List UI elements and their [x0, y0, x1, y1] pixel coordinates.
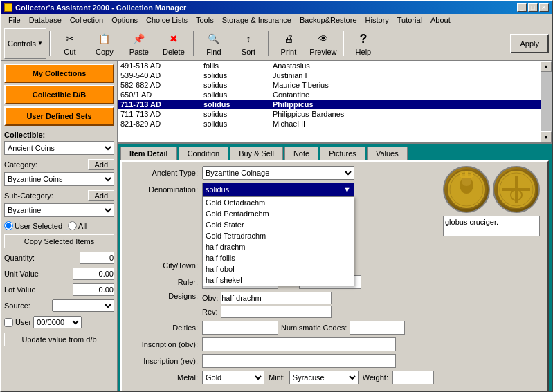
numismatic-input[interactable] — [350, 321, 405, 335]
preview-button[interactable]: 👁 Preview — [307, 28, 340, 59]
lot-value-row: Lot Value — [4, 283, 114, 296]
menu-about[interactable]: About — [426, 15, 455, 25]
lot-value-input[interactable] — [73, 283, 114, 296]
tab-condition[interactable]: Condition — [179, 147, 228, 160]
tab-note[interactable]: Note — [284, 147, 318, 160]
denomination-option[interactable]: Gold Tetradrachm — [203, 230, 354, 241]
toolbar-separator-3 — [268, 31, 269, 56]
radio-user-selected[interactable] — [4, 221, 13, 230]
user-defined-sets-button[interactable]: User Defined Sets — [4, 106, 114, 126]
find-button[interactable]: 🔍 Find — [197, 28, 230, 59]
deities-input[interactable] — [202, 321, 278, 335]
category-select[interactable]: Byzantine Coins — [4, 172, 114, 186]
delete-button[interactable]: ✖ Delete — [157, 28, 190, 59]
unit-value-input[interactable] — [73, 268, 114, 280]
scroll-up-button[interactable]: ▲ — [541, 61, 552, 72]
menu-options[interactable]: Options — [107, 15, 142, 25]
menu-tools[interactable]: Tools — [192, 15, 218, 25]
scroll-down-button[interactable]: ▼ — [541, 131, 552, 142]
menu-collection[interactable]: Collection — [66, 15, 107, 25]
apply-button[interactable]: Apply — [510, 34, 549, 53]
list-item[interactable]: 539-540 AD solidus Justinian I — [118, 71, 541, 80]
designs-rev-row: Rev: — [202, 306, 332, 318]
toolbar-separator-2 — [193, 31, 194, 56]
radio-all[interactable] — [68, 221, 77, 230]
close-button[interactable]: ✕ — [539, 3, 549, 12]
help-button[interactable]: ? Help — [347, 28, 380, 59]
radio-user-label[interactable]: User Selected — [4, 221, 62, 230]
find-icon: 🔍 — [206, 30, 222, 47]
list-item[interactable]: 582-682 AD solidus Maurice Tiberius — [118, 80, 541, 90]
coin-reverse — [493, 166, 540, 213]
paste-icon: 📌 — [131, 30, 147, 47]
list-item[interactable]: 650/1 AD solidus Contantine — [118, 90, 541, 100]
apply-container: Apply — [510, 34, 549, 53]
menu-tutorial[interactable]: Tutorial — [393, 15, 426, 25]
list-item[interactable]: 711-713 AD solidus Philippicus-Bardanes — [118, 109, 541, 119]
coin-images — [443, 166, 540, 213]
inscription-obv-input[interactable] — [202, 337, 396, 351]
tab-item-detail[interactable]: Item Detail — [120, 147, 177, 160]
user-select[interactable]: 00/0000 — [33, 316, 82, 328]
inscription-rev-input[interactable] — [202, 354, 396, 368]
update-value-button[interactable]: Update value from d/b — [4, 333, 114, 346]
designs-obv-input[interactable] — [221, 292, 332, 304]
menu-file[interactable]: File — [4, 15, 25, 25]
paste-button[interactable]: 📌 Paste — [123, 28, 156, 59]
radio-all-label[interactable]: All — [68, 221, 87, 230]
menu-backup[interactable]: Backup&Restore — [296, 15, 361, 25]
subcategory-select[interactable]: Byzantine — [4, 203, 114, 217]
my-collections-button[interactable]: My Collections — [4, 64, 114, 83]
denomination-option[interactable]: half obol — [203, 263, 354, 274]
quantity-input[interactable] — [80, 252, 114, 264]
menu-storage[interactable]: Storage & Insurance — [218, 15, 296, 25]
list-item[interactable]: 821-829 AD solidus Michael II — [118, 119, 541, 129]
category-add-button[interactable]: Add — [88, 159, 114, 170]
copy-button[interactable]: 📋 Copy — [88, 28, 121, 59]
user-checkbox[interactable] — [4, 318, 13, 327]
designs-rev-input[interactable] — [221, 306, 332, 318]
cut-button[interactable]: ✂ Cut — [53, 28, 87, 59]
denomination-option[interactable]: half drachm — [203, 241, 354, 252]
denomination-row: Denomination: solidus ▼ Gold Octadrachm — [126, 183, 434, 196]
sort-button[interactable]: ↕ Sort — [232, 28, 265, 59]
minimize-button[interactable]: _ — [517, 3, 527, 12]
ancient-type-row: Ancient Type: Byzantine Coinage — [126, 166, 434, 180]
maximize-button[interactable]: □ — [528, 3, 538, 12]
denomination-option[interactable]: Gold Octadrachm — [203, 197, 354, 208]
subcategory-add-button[interactable]: Add — [88, 190, 114, 201]
numismatic-label: Numismatic Codes: — [278, 324, 350, 332]
tab-values[interactable]: Values — [367, 147, 408, 160]
main-area: My Collections Collectible D/B User Defi… — [1, 61, 552, 391]
copy-selected-items-button[interactable]: Copy Selected Items — [4, 234, 114, 248]
mint-select[interactable]: Syracuse — [289, 371, 359, 384]
denomination-select[interactable]: solidus ▼ — [202, 183, 354, 196]
delete-icon: ✖ — [165, 30, 182, 47]
collectible-db-button[interactable]: Collectible D/B — [4, 85, 114, 104]
inscription-obv-row: Inscription (obv): — [126, 337, 434, 351]
list-item[interactable]: 491-518 AD follis Anastasius — [118, 61, 541, 71]
copy-icon: 📋 — [96, 30, 113, 47]
tab-buy-sell[interactable]: Buy & Sell — [230, 147, 283, 160]
menu-history[interactable]: History — [361, 15, 393, 25]
menu-choice-lists[interactable]: Choice Lists — [142, 15, 192, 25]
weight-input[interactable] — [392, 371, 434, 384]
print-button[interactable]: 🖨 Print — [272, 28, 305, 59]
menu-database[interactable]: Database — [25, 15, 66, 25]
controls-btn[interactable]: Controls ▼ — [4, 28, 46, 59]
sidebar: My Collections Collectible D/B User Defi… — [1, 61, 118, 391]
list-item-selected[interactable]: 711-713 AD solidus Philippicus — [118, 100, 541, 109]
subcategory-row: Sub-Category: Add — [4, 190, 114, 201]
tab-pictures[interactable]: Pictures — [320, 147, 365, 160]
user-row: User 00/0000 — [4, 316, 114, 328]
source-select[interactable] — [52, 299, 114, 312]
metal-select[interactable]: Gold — [202, 371, 264, 384]
list-scrollbar[interactable]: ▲ ▼ — [541, 61, 552, 142]
collectible-select[interactable]: Ancient Coins — [4, 141, 114, 155]
denomination-option[interactable]: Gold Stater — [203, 219, 354, 230]
denomination-option[interactable]: half shekel — [203, 274, 354, 286]
denomination-option[interactable]: half follis — [203, 252, 354, 263]
denomination-option[interactable]: Gold Pentadrachm — [203, 208, 354, 219]
source-label: Source: — [4, 301, 30, 310]
ancient-type-select[interactable]: Byzantine Coinage — [202, 166, 354, 180]
